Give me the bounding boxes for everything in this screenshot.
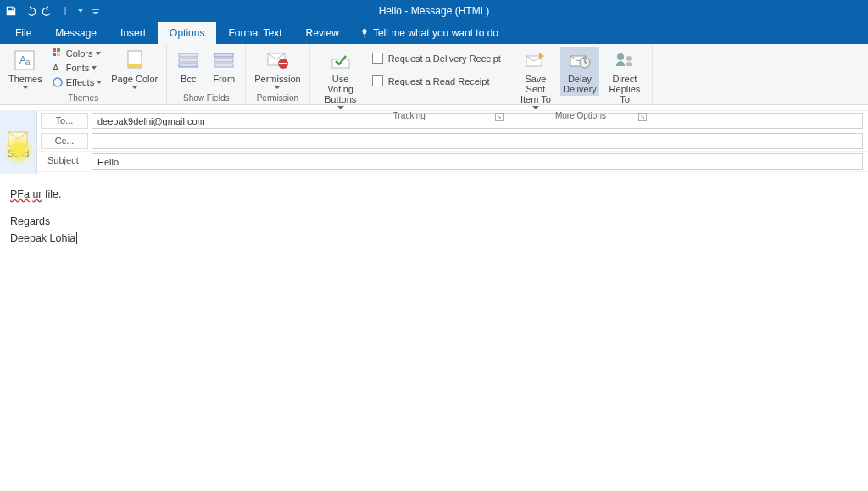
voting-label: Use Voting Buttons [319,74,363,104]
to-button[interactable]: To... [41,113,88,129]
svg-rect-11 [179,53,198,57]
fonts-label: Fonts [66,63,90,73]
effects-label: Effects [66,77,94,87]
voting-icon [328,48,353,72]
delivery-receipt-label: Request a Delivery Receipt [388,53,501,64]
delivery-receipt-checkbox[interactable]: Request a Delivery Receipt [370,50,504,66]
tab-review[interactable]: Review [294,22,351,44]
themes-icon: Aa [13,48,38,72]
chevron-down-icon [337,106,344,109]
bcc-label: Bcc [181,74,196,84]
page-color-icon [122,48,147,72]
group-tracking: Use Voting Buttons Request a Delivery Re… [310,44,509,104]
svg-rect-3 [53,48,56,52]
redo-icon[interactable] [42,5,54,17]
colors-button[interactable]: Colors [49,47,104,60]
direct-replies-button[interactable]: Direct Replies To [603,47,647,106]
from-icon [211,48,236,72]
page-color-label: Page Color [111,74,158,84]
qat-customize-icon[interactable] [92,7,100,15]
colors-label: Colors [66,48,93,59]
svg-rect-6 [57,53,60,56]
tell-me-label: Tell me what you want to do [373,27,498,39]
lightbulb-icon [359,28,370,38]
cc-input[interactable] [92,133,863,149]
bcc-button[interactable]: Bcc [172,47,204,86]
tab-message[interactable]: Message [43,22,108,44]
from-label: From [213,74,235,84]
tab-options[interactable]: Options [158,22,216,44]
svg-rect-13 [179,64,198,67]
voting-button[interactable]: Use Voting Buttons [315,47,366,111]
quick-access-toolbar [5,5,100,17]
themes-label: Themes [8,74,42,84]
chevron-down-icon [96,52,101,55]
svg-rect-10 [128,64,142,68]
qat-sep-icon [61,7,70,15]
group-label-permission: Permission [251,93,303,104]
title-bar: Hello - Message (HTML) [0,0,868,22]
svg-rect-15 [214,59,233,62]
page-color-button[interactable]: Page Color [108,47,161,91]
ribbon-tabs: File Message Insert Options Format Text … [0,22,868,44]
bcc-icon [175,48,201,72]
body-line-3: Deepak Lohia [10,230,858,247]
svg-point-24 [617,53,624,60]
body-line-1: PFa ur file. [10,186,858,203]
window-title: Hello - Message (HTML) [0,5,868,17]
chevron-down-icon [131,86,138,89]
body-text: ur [32,188,42,200]
fonts-icon: A [52,62,64,74]
delay-delivery-button[interactable]: Delay Delivery [560,47,599,96]
cc-button[interactable]: Cc... [41,133,88,149]
subject-label: Subject [41,153,88,170]
save-icon[interactable] [5,5,17,17]
ribbon: Aa Themes Colors A Fonts Effect [0,44,868,105]
svg-rect-4 [57,48,60,52]
delay-delivery-icon [567,48,593,72]
permission-icon [264,48,290,72]
tell-me[interactable]: Tell me what you want to do [351,22,507,44]
dialog-launcher-icon[interactable]: ↘ [495,113,504,121]
from-button[interactable]: From [208,47,240,86]
group-themes: Aa Themes Colors A Fonts Effect [0,44,167,104]
tab-format-text[interactable]: Format Text [216,22,293,44]
themes-button[interactable]: Aa Themes [5,47,46,91]
body-line-2: Regards [10,213,858,230]
fonts-button[interactable]: A Fonts [49,61,104,75]
send-column: Send [0,111,37,174]
svg-rect-16 [214,64,233,67]
message-body[interactable]: PFa ur file. Regards Deepak Lohia [0,174,868,259]
colors-icon [52,47,64,59]
read-receipt-checkbox[interactable]: Request a Read Receipt [370,73,504,89]
chevron-down-icon [274,86,281,89]
group-label-more-options: More Options ↘ [515,111,647,122]
save-sent-button[interactable]: Save Sent Item To [515,47,557,111]
permission-label: Permission [254,74,300,84]
svg-point-8 [53,78,62,86]
send-label: Send [8,148,30,159]
chevron-down-icon [22,86,29,89]
body-text: file. [42,188,62,200]
subject-input[interactable] [92,153,863,170]
permission-button[interactable]: Permission [251,47,303,91]
svg-rect-14 [214,53,233,57]
tab-file[interactable]: File [3,22,43,44]
chevron-down-icon [92,66,97,70]
down-arrow-icon[interactable] [76,7,85,15]
chevron-down-icon [97,81,102,84]
tab-insert[interactable]: Insert [108,22,158,44]
direct-replies-icon [612,48,637,72]
group-label-tracking: Tracking ↘ [315,111,504,122]
delay-delivery-label: Delay Delivery [563,74,597,94]
envelope-icon [8,131,28,147]
checkbox-icon [372,53,383,64]
undo-icon[interactable] [24,5,36,17]
svg-rect-19 [279,63,287,64]
send-button[interactable]: Send [8,131,30,159]
effects-icon [52,76,64,88]
effects-button[interactable]: Effects [49,75,104,89]
body-text: PFa [10,188,30,200]
dialog-launcher-icon[interactable]: ↘ [638,113,647,121]
svg-text:a: a [25,58,31,67]
